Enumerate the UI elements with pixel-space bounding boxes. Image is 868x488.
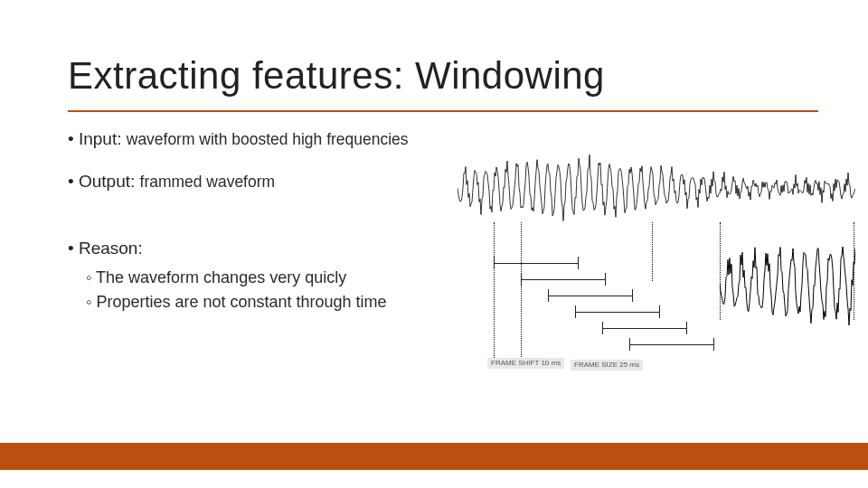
output-line: Output: frammed waveform bbox=[68, 169, 466, 195]
frame-size-label: FRAME SIZE 25 ms bbox=[571, 360, 643, 371]
title-underline bbox=[68, 110, 818, 112]
reason-sublist: The waveform changes very quicly Propert… bbox=[68, 266, 466, 314]
reason-label: Reason: bbox=[79, 239, 143, 258]
slide-title: Extracting features: Windowing bbox=[68, 54, 605, 98]
frame-marker bbox=[548, 289, 633, 302]
input-text: waveform with boosted high frequencies bbox=[127, 130, 409, 148]
frame-marker bbox=[602, 322, 687, 334]
windowing-figure: FRAME SHIFT 10 ms FRAME SIZE 25 ms bbox=[458, 152, 855, 405]
waveform-long-icon bbox=[458, 152, 855, 224]
svg-rect-0 bbox=[458, 152, 855, 224]
input-line: Input: waveform with boosted high freque… bbox=[68, 127, 466, 153]
dotted-line bbox=[652, 222, 653, 281]
dotted-line bbox=[720, 222, 721, 320]
reason-block: Reason: The waveform changes very quicly… bbox=[68, 236, 466, 314]
dotted-line bbox=[854, 222, 854, 320]
slide: Extracting features: Windowing Input: wa… bbox=[0, 0, 868, 488]
frame-marker bbox=[521, 273, 606, 286]
output-text: frammed waveform bbox=[140, 173, 276, 191]
content-area: Input: waveform with boosted high freque… bbox=[68, 127, 466, 331]
dotted-line bbox=[494, 222, 495, 358]
frame-marker bbox=[494, 257, 579, 269]
frame-marker bbox=[629, 338, 714, 351]
footer-bar bbox=[0, 443, 868, 470]
frame-shift-label: FRAME SHIFT 10 ms bbox=[487, 358, 564, 369]
input-label: Input: bbox=[79, 129, 122, 148]
output-label: Output: bbox=[79, 172, 135, 191]
reason-item: Properties are not constant through time bbox=[86, 290, 466, 314]
frame-marker bbox=[575, 305, 660, 318]
dotted-line bbox=[521, 222, 522, 362]
reason-item: The waveform changes very quicly bbox=[86, 266, 466, 290]
waveform-zoom-icon bbox=[720, 239, 855, 329]
